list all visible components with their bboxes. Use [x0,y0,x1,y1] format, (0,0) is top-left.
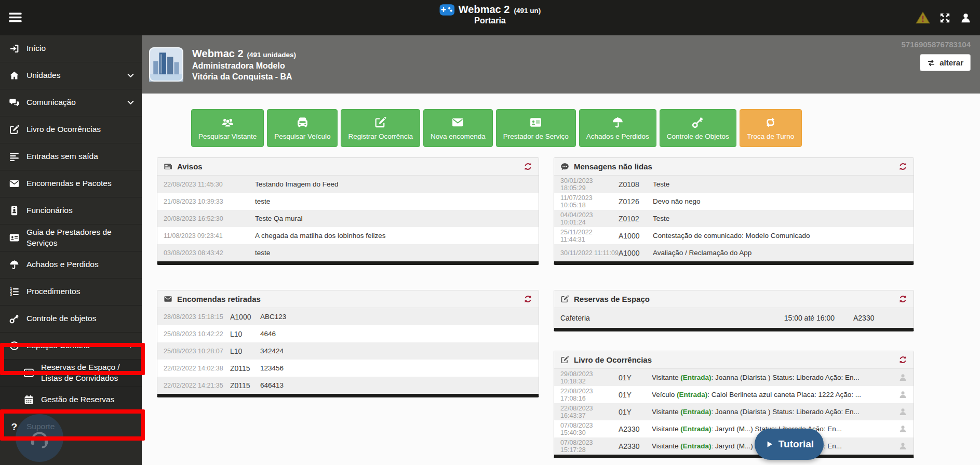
change-condo-button[interactable]: alterar [920,54,971,71]
ocorrencia-row[interactable]: 22/08/2023 16:43:3701YVisitante (Entrada… [554,403,914,420]
menu-toggle-button[interactable] [7,10,24,25]
refresh-button[interactable] [898,355,907,364]
refresh-button[interactable] [898,295,907,303]
refresh-button[interactable] [523,295,532,303]
action-button-pesquisar-vistante[interactable]: Pesquisar Vistante [191,109,264,147]
mensagem-row[interactable]: 04/04/2023 10:01:24Z0102Teste [554,210,914,227]
sidebar-item-achados-e-perdidos[interactable]: Achados e Perdidos [0,251,142,278]
quick-actions-bar: Pesquisar VistantePesquisar VeículoRegis… [191,109,802,147]
row-unit: Z0102 [619,215,653,223]
action-button-pesquisar-veiculo[interactable]: Pesquisar Veículo [267,109,338,147]
ocorrencia-row[interactable]: 29/08/2023 10:18:3201YVisitante (Entrada… [554,369,914,386]
sidebar-item-livro-de-ocorrencias[interactable]: Livro de Ocorrências [0,116,142,143]
sidebar-item-guia-de-prestadores-de-servicos[interactable]: Guia de Prestadores de Serviços [0,224,142,251]
avisos-row[interactable]: 22/08/2023 11:45:30Testando Imagem do Fe… [157,176,539,193]
row-text: Avaliação / Reclamação do App [653,249,907,257]
sidebar: InícioUnidadesComunicaçãoLivro de Ocorrê… [0,35,142,465]
sidebar-item-reservas-de-espaco-listas-de-convidados[interactable]: Reservas de Espaço / Listas de Convidado… [0,360,142,387]
main-content: Webmac 2 (491 unidades) Administradora M… [142,35,980,465]
row-date: 07/08/2023 15:40:30 [560,422,619,436]
row-date: 22/02/2022 14:02:38 [164,365,230,372]
support-bubble-button[interactable] [16,414,63,462]
sidebar-item-funcionarios[interactable]: Funcionários [0,197,142,224]
panel-mensagens-nao-lidas: Mensagens não lidas 30/01/2023 18:05:29Z… [554,157,914,265]
id-card-icon [529,116,542,129]
row-unit: 01Y [619,408,652,416]
row-text: Contestação de comunicado: Modelo Comuni… [653,232,907,240]
refresh-button[interactable] [523,162,532,171]
row-unit: 01Y [619,391,652,399]
encomenda-row[interactable]: 22/02/2022 14:02:38Z0115123456 [157,360,539,377]
pen-square-icon [374,116,387,129]
encomenda-row[interactable]: 25/08/2023 10:28:07L10342424 [157,342,539,360]
sidebar-item-comunicacao[interactable]: Comunicação [0,89,142,116]
mensagem-row[interactable]: 11/07/2023 10:05:18Z0126Devo não nego [554,193,914,210]
avisos-row[interactable]: 21/08/2023 10:39:33teste [157,193,539,210]
mensagem-row[interactable]: 30/11/2022 11:11:09A1000Avaliação / Recl… [554,244,914,261]
row-date: 11/08/2023 09:23:41 [164,232,255,240]
sidebar-item-label: Reservas de Espaço / Listas de Convidado… [41,362,135,383]
app-root: Webmac 2 (491 un) Portaria InícioUnidade… [0,0,980,465]
occurrence-type: Visitante [652,442,680,450]
encomenda-row[interactable]: 28/08/2023 15:18:15A1000ABC123 [157,308,539,325]
action-button-controle-de-objetos[interactable]: Controle de Objetos [660,109,736,147]
fullscreen-icon[interactable] [939,12,951,24]
row-unit: A1000 [230,313,260,321]
warning-icon[interactable] [916,10,930,25]
action-button-troca-de-turno[interactable]: Troca de Turno [740,109,802,147]
encomenda-row[interactable]: 25/08/2023 10:42:22L104646 [157,325,539,342]
user-icon[interactable] [960,12,972,24]
action-button-registrar-ocorrencia[interactable]: Registrar Ocorrência [341,109,420,147]
tutorial-button[interactable]: Tutorial [755,429,824,460]
occurrence-text: : Joanna (Diarista ) Status: Liberado Aç… [711,374,860,381]
mensagem-row[interactable]: 30/01/2023 18:05:29Z0108Teste [554,176,914,193]
sidebar-item-label: Procedimentos [26,286,135,297]
list-ol-icon: 123 [9,286,20,297]
sidebar-item-controle-de-objetos[interactable]: Controle de objetos [0,305,142,333]
reserva-row[interactable]: Cafeteria15:00 até 16:00A2330 [554,308,914,328]
chevron-down-icon [127,342,135,350]
condo-name: Webmac 2 [192,48,244,60]
ocorrencia-row[interactable]: 07/08/2023 15:17:28A2330Visitante (Entra… [554,437,914,455]
ocorrencia-row[interactable]: 22/08/2023 17:08:1601YVeículo (Entrada):… [554,386,914,403]
condo-header: Webmac 2 (491 unidades) Administradora M… [142,35,980,94]
row-description: Visitante (Entrada): Joanna (Diarista ) … [652,408,893,416]
row-unit: A1000 [619,249,653,257]
key-icon [691,116,704,129]
avisos-row[interactable]: 03/08/2023 08:43:42teste [157,244,539,261]
row-text: Teste Qa mural [255,215,532,222]
sidebar-item-unidades[interactable]: Unidades [0,62,142,89]
row-text: 123456 [260,364,532,372]
sidebar-item-espacos-comuns[interactable]: Espaços Comuns [0,333,142,360]
sidebar-item-procedimentos[interactable]: 123Procedimentos [0,278,142,305]
envelope-icon [164,295,172,303]
sidebar-item-gestao-de-reservas[interactable]: Gestão de Reservas [0,387,142,414]
avisos-row[interactable]: 20/08/2023 16:52:30Teste Qa mural [157,210,539,227]
panel-title: Livro de Ocorrências [574,355,652,364]
sidebar-item-inicio[interactable]: Início [0,35,142,62]
action-button-nova-encomenda[interactable]: Nova encomenda [423,109,493,147]
action-button-label: Pesquisar Vistante [198,132,257,140]
action-button-prestador-de-servico[interactable]: Prestador de Serviço [496,109,576,147]
panel-title: Encomendas retiradas [177,295,261,303]
sidebar-item-label: Espaços Comuns [26,340,120,351]
pen-square-icon [560,295,569,303]
chevron-down-icon [127,72,135,79]
sidebar-item-label: Encomendas e Pacotes [26,178,135,189]
mensagem-row[interactable]: 25/11/2022 11:44:31A1000Contestação de c… [554,227,914,244]
sidebar-item-label: Guia de Prestadores de Serviços [26,227,135,248]
panel-title: Avisos [177,162,203,171]
sidebar-item-encomendas-e-pacotes[interactable]: Encomendas e Pacotes [0,170,142,197]
row-date: 30/01/2023 18:05:29 [560,177,619,192]
home-icon [9,70,20,81]
encomenda-row[interactable]: 22/02/2022 14:21:35Z0115646413 [157,377,539,394]
ocorrencia-row[interactable]: 07/08/2023 15:40:30A2330Visitante (Entra… [554,420,914,437]
action-button-achados-e-perdidos[interactable]: Achados e Perdidos [579,109,656,147]
refresh-button[interactable] [898,162,907,171]
ocorrencias-rows: 29/08/2023 10:18:3201YVisitante (Entrada… [554,369,914,455]
entry-tag: (Entrada) [680,425,711,433]
row-text: Teste [653,215,907,222]
sidebar-item-entradas-sem-saida[interactable]: Entradas sem saída [0,143,142,170]
avisos-row[interactable]: 11/08/2023 09:23:41A chegada da matilha … [157,227,539,244]
envelope-icon [451,116,464,129]
